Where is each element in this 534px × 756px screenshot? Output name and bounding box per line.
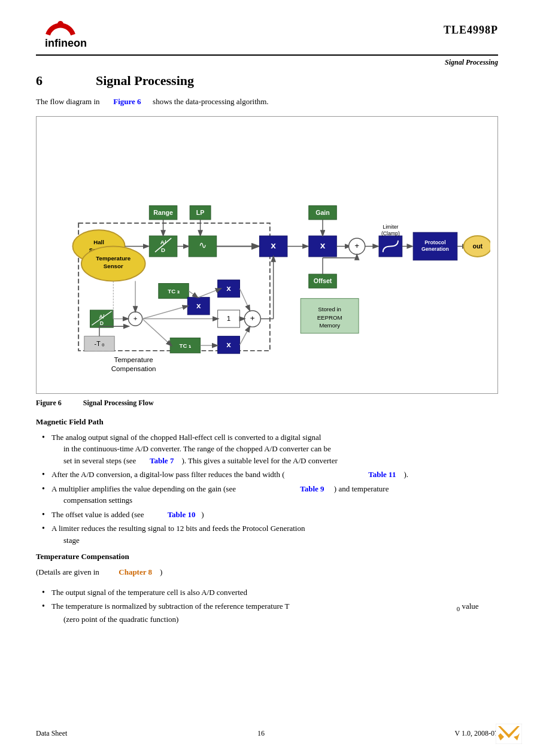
chapter-title: Signal Processing <box>96 73 194 89</box>
svg-text:(Clamp): (Clamp) <box>381 230 400 236</box>
chapter8-link[interactable]: Chapter 8 <box>119 567 152 576</box>
header-divider <box>36 54 498 56</box>
svg-text:x: x <box>226 284 231 293</box>
bullet-text: The analog output signal of the chopped … <box>51 432 498 467</box>
bullet-dot: • <box>42 432 51 467</box>
magnetic-section-heading: Magnetic Field Path <box>36 417 498 427</box>
bullet-item: • The offset value is added (see Table 1… <box>42 509 498 521</box>
bullet-dot: • <box>42 483 51 506</box>
svg-text:Stored in: Stored in <box>318 305 341 312</box>
table7-link[interactable]: Table 7 <box>150 456 174 465</box>
figure-caption-text: Signal Processing Flow <box>83 399 154 407</box>
magnetic-bullets: • The analog output signal of the choppe… <box>42 432 498 546</box>
svg-text:TC ₂: TC ₂ <box>168 287 180 294</box>
table10-link[interactable]: Table 10 <box>168 510 196 519</box>
section-label: Signal Processing <box>36 58 498 67</box>
svg-text:Offset: Offset <box>314 277 332 284</box>
svg-text:Temperature: Temperature <box>114 356 153 363</box>
page: infineon TLE4998P Signal Processing 6 Si… <box>0 0 534 756</box>
bullet-item: • The temperature is normalized by subtr… <box>42 600 498 625</box>
temp-intro: (Details are given in Chapter 8 ) <box>36 566 498 578</box>
intro-paragraph: The flow diagram in Figure 6 shows the d… <box>36 96 498 108</box>
table9-link[interactable]: Table 9 <box>300 484 324 493</box>
svg-text:-T ₀: -T ₀ <box>95 340 105 347</box>
svg-text:D: D <box>161 247 165 253</box>
svg-text:Protocol: Protocol <box>424 239 445 245</box>
bullet-item: • A limiter reduces the resulting signal… <box>42 523 498 546</box>
signal-processing-diagram: Temperature Compensation Hall Sensor A/ … <box>44 126 490 384</box>
svg-text:out: out <box>472 242 483 250</box>
bullet-text: The temperature is normalized by subtrac… <box>51 600 498 625</box>
header: infineon TLE4998P <box>36 18 498 51</box>
svg-text:Hall: Hall <box>93 238 104 245</box>
svg-point-0 <box>57 21 63 27</box>
svg-text:x: x <box>320 240 326 250</box>
svg-text:A/: A/ <box>160 238 166 245</box>
svg-text:TC ₁: TC ₁ <box>180 342 192 349</box>
bullet-item: • A multiplier amplifies the value depen… <box>42 483 498 506</box>
bullet-text: A multiplier amplifies the value dependi… <box>51 483 498 506</box>
bullet-text: The output signal of the temperature cel… <box>51 587 498 599</box>
svg-text:Sensor: Sensor <box>104 263 123 269</box>
footer: Data Sheet 16 V 1.0, 2008-07 <box>36 729 498 738</box>
bullet-item: • The output signal of the temperature c… <box>42 587 498 599</box>
product-title: TLE4998P <box>444 24 498 37</box>
bullet-dot: • <box>42 509 51 521</box>
svg-text:+: + <box>250 314 255 323</box>
corner-logo <box>496 724 522 744</box>
svg-text:+: + <box>134 314 138 322</box>
temp-bullets: • The output signal of the temperature c… <box>42 587 498 626</box>
figure-box: Temperature Compensation Hall Sensor A/ … <box>36 116 498 394</box>
bullet-text: The offset value is added (see Table 10 … <box>51 509 498 521</box>
svg-text:D: D <box>100 320 104 326</box>
svg-text:Limiter: Limiter <box>383 224 398 230</box>
bullet-dot: • <box>42 600 51 625</box>
bullet-item: • After the A/D conversion, a digital-lo… <box>42 469 498 481</box>
svg-text:Temperature: Temperature <box>96 254 131 261</box>
logo-area: infineon <box>36 18 114 51</box>
chapter-heading: 6 Signal Processing <box>36 73 498 89</box>
bullet-text: After the A/D conversion, a digital-low … <box>51 469 498 481</box>
svg-text:Gain: Gain <box>315 209 330 216</box>
svg-text:1: 1 <box>227 314 230 322</box>
figure6-link[interactable]: Figure 6 <box>113 97 141 106</box>
svg-text:Range: Range <box>153 209 173 216</box>
table11-link[interactable]: Table 11 <box>368 470 396 479</box>
svg-text:LP: LP <box>196 209 205 216</box>
figure-number: Figure 6 <box>36 399 62 407</box>
svg-text:EEPROM: EEPROM <box>317 314 342 320</box>
footer-right: V 1.0, 2008-07 <box>455 729 498 738</box>
footer-center: 16 <box>257 729 265 738</box>
figure-caption: Figure 6 Signal Processing Flow <box>36 399 498 408</box>
svg-text:+: + <box>354 241 359 250</box>
svg-text:Compensation: Compensation <box>111 364 156 372</box>
bullet-dot: • <box>42 587 51 599</box>
svg-text:x: x <box>271 240 276 250</box>
svg-text:infineon: infineon <box>45 37 87 49</box>
temp-section-heading: Temperature Compensation <box>36 552 498 561</box>
bullet-dot: • <box>42 469 51 481</box>
bullet-item: • The analog output signal of the choppe… <box>42 432 498 467</box>
bullet-dot: • <box>42 523 51 546</box>
svg-text:x: x <box>226 340 231 349</box>
svg-text:x: x <box>196 301 201 310</box>
svg-text:Generation: Generation <box>421 246 449 252</box>
bullet-text: A limiter reduces the resulting signal t… <box>51 523 498 546</box>
svg-text:Memory: Memory <box>319 322 340 329</box>
footer-left: Data Sheet <box>36 729 67 738</box>
infineon-logo: infineon <box>36 18 114 51</box>
chapter-number: 6 <box>36 73 60 89</box>
svg-text:∿: ∿ <box>199 240 207 250</box>
